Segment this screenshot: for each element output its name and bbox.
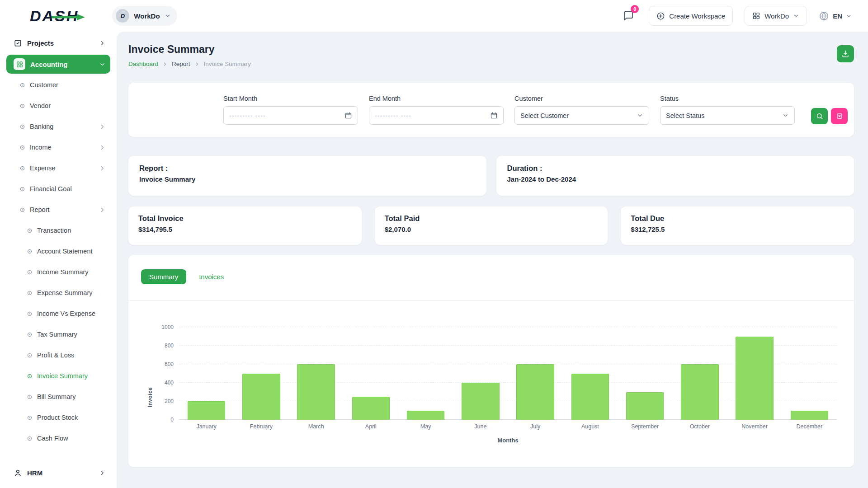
sidebar-item-label: Accounting: [30, 61, 68, 68]
sidebar-item-report[interactable]: Report: [6, 201, 110, 219]
sidebar-item-projects[interactable]: Projects: [6, 33, 110, 52]
search-button[interactable]: [811, 108, 828, 124]
duration-card-title: Duration :: [507, 164, 844, 173]
bar-june[interactable]: [462, 383, 500, 420]
sidebar-item-invoice-summary[interactable]: Invoice Summary: [6, 367, 110, 385]
customer-select-value: Select Customer: [520, 112, 569, 119]
circle-dot-icon: [27, 228, 32, 233]
bar-july[interactable]: [516, 364, 554, 420]
sidebar-item-label: Expense: [30, 164, 55, 172]
bar-january[interactable]: [188, 401, 226, 420]
sidebar-item-label: Projects: [27, 39, 54, 47]
x-tick-label: May: [398, 423, 453, 430]
status-select-value: Select Status: [666, 112, 704, 119]
bar-february[interactable]: [242, 374, 280, 420]
circle-dot-icon: [27, 415, 32, 420]
sidebar-item-label: Product Stock: [37, 414, 78, 421]
stats-row: Total Invoice$314,795.5Total Paid$2,070.…: [128, 206, 854, 245]
sidebar-item-accounting[interactable]: Accounting: [6, 55, 110, 74]
chart-column-november: [727, 327, 782, 420]
stat-label: Total Paid: [385, 214, 598, 223]
y-tick-label: 1000: [161, 324, 174, 330]
status-select[interactable]: Select Status: [660, 106, 795, 125]
download-button[interactable]: [837, 45, 854, 62]
workspace-menu-button[interactable]: WorkDo: [745, 6, 807, 26]
tab-summary[interactable]: Summary: [141, 269, 186, 284]
messages-button[interactable]: 0: [620, 7, 637, 24]
circle-dot-icon: [27, 270, 32, 275]
tab-invoices[interactable]: Invoices: [198, 269, 225, 284]
sidebar-item-income[interactable]: Income: [6, 138, 110, 156]
page-title: Invoice Summary: [128, 43, 251, 56]
sidebar-item-income-vs-expense[interactable]: Income Vs Expense: [6, 305, 110, 323]
stat-label: Total Invoice: [138, 214, 352, 223]
stat-value: $2,070.0: [385, 225, 598, 233]
bar-october[interactable]: [681, 364, 719, 420]
sidebar-item-hrm[interactable]: HRM: [6, 463, 110, 482]
end-month-input[interactable]: --------- ----: [369, 106, 504, 125]
chart-column-february: [234, 327, 288, 420]
grid-icon: [752, 12, 760, 20]
customer-select[interactable]: Select Customer: [514, 106, 649, 125]
reset-button[interactable]: [831, 108, 848, 124]
workspace-switcher[interactable]: D WorkDo: [112, 6, 177, 26]
stat-value: $312,725.5: [631, 225, 844, 233]
x-tick-label: December: [782, 423, 837, 430]
stat-card-total-invoice: Total Invoice$314,795.5: [128, 206, 362, 245]
sidebar-item-expense-summary[interactable]: Expense Summary: [6, 284, 110, 302]
language-selector[interactable]: EN: [819, 11, 852, 21]
calendar-icon: [344, 112, 352, 119]
breadcrumb-item-report[interactable]: Report: [172, 61, 190, 67]
chevron-down-icon: [846, 13, 852, 19]
sidebar-item-vendor[interactable]: Vendor: [6, 97, 110, 115]
sidebar-item-banking[interactable]: Banking: [6, 117, 110, 136]
top-header: DASH D WorkDo 0: [0, 0, 868, 32]
customer-field: Customer Select Customer: [514, 95, 649, 125]
bar-april[interactable]: [352, 397, 390, 420]
bar-december[interactable]: [791, 411, 829, 420]
sidebar-item-tax-summary[interactable]: Tax Summary: [6, 325, 110, 343]
x-tick-label: June: [453, 423, 508, 430]
circle-dot-icon: [20, 207, 25, 212]
chevron-down-icon: [782, 112, 789, 119]
circle-dot-icon: [20, 187, 25, 192]
sidebar-nav: ProjectsAccountingCustomerVendorBankingI…: [6, 33, 110, 463]
sidebar-item-account-statement[interactable]: Account Statement: [6, 242, 110, 260]
sidebar-item-label: Account Statement: [37, 248, 93, 255]
bar-may[interactable]: [407, 411, 445, 420]
main-content: Invoice Summary DashboardReportInvoice S…: [117, 32, 868, 488]
sidebar-item-profit-loss[interactable]: Profit & Loss: [6, 346, 110, 364]
sidebar: ProjectsAccountingCustomerVendorBankingI…: [0, 32, 117, 488]
x-tick-label: October: [672, 423, 727, 430]
app-logo[interactable]: DASH: [30, 8, 79, 23]
sidebar-item-product-stock[interactable]: Product Stock: [6, 408, 110, 427]
sidebar-item-cash-flow[interactable]: Cash Flow: [6, 429, 110, 447]
bar-march[interactable]: [297, 364, 335, 420]
bar-november[interactable]: [736, 337, 774, 420]
workspace-avatar: D: [116, 9, 129, 23]
sidebar-item-bill-summary[interactable]: Bill Summary: [6, 388, 110, 406]
start-month-input[interactable]: --------- ----: [223, 106, 358, 125]
circle-dot-icon: [20, 145, 25, 150]
y-tick-label: 400: [165, 380, 174, 386]
sidebar-item-label: Tax Summary: [37, 331, 77, 338]
chevron-right-icon: [99, 206, 106, 213]
x-tick-label: January: [179, 423, 234, 430]
breadcrumb-item-dashboard[interactable]: Dashboard: [128, 61, 158, 67]
sidebar-item-financial-goal[interactable]: Financial Goal: [6, 180, 110, 198]
sidebar-item-label: Customer: [30, 81, 58, 89]
filter-card: Start Month --------- ---- End Month ---…: [128, 83, 854, 137]
workspace-menu-label: WorkDo: [764, 12, 789, 20]
chart-column-december: [782, 327, 837, 420]
sidebar-item-label: Transaction: [37, 227, 71, 234]
bar-september[interactable]: [626, 392, 664, 420]
sidebar-item-income-summary[interactable]: Income Summary: [6, 263, 110, 281]
bar-august[interactable]: [571, 374, 609, 420]
create-workspace-button[interactable]: Create Workspace: [649, 6, 733, 26]
globe-icon: [819, 11, 829, 21]
sidebar-bottom: HRM: [6, 463, 110, 484]
sidebar-item-expense[interactable]: Expense: [6, 159, 110, 177]
sidebar-item-label: Expense Summary: [37, 289, 93, 296]
sidebar-item-customer[interactable]: Customer: [6, 76, 110, 94]
sidebar-item-transaction[interactable]: Transaction: [6, 221, 110, 239]
